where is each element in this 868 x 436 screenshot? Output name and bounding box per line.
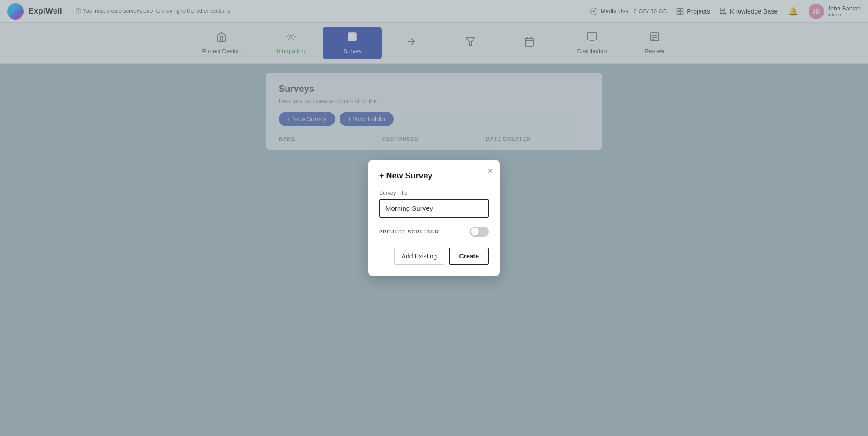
add-existing-button[interactable]: Add Existing (394, 248, 445, 265)
modal-close-button[interactable]: × (488, 167, 493, 175)
screener-toggle[interactable] (470, 227, 489, 237)
create-button[interactable]: Create (449, 248, 489, 265)
screener-row: PROJECT SCREENER (379, 227, 489, 237)
modal-actions: Add Existing Create (379, 248, 489, 265)
screener-label: PROJECT SCREENER (379, 229, 439, 234)
new-survey-modal: × + New Survey Survey Title PROJECT SCRE… (368, 160, 500, 276)
survey-title-label: Survey Title (379, 190, 489, 196)
modal-overlay: × + New Survey Survey Title PROJECT SCRE… (0, 0, 868, 436)
toggle-knob (471, 228, 479, 236)
survey-title-input[interactable] (379, 199, 489, 218)
modal-title: + New Survey (379, 171, 489, 181)
